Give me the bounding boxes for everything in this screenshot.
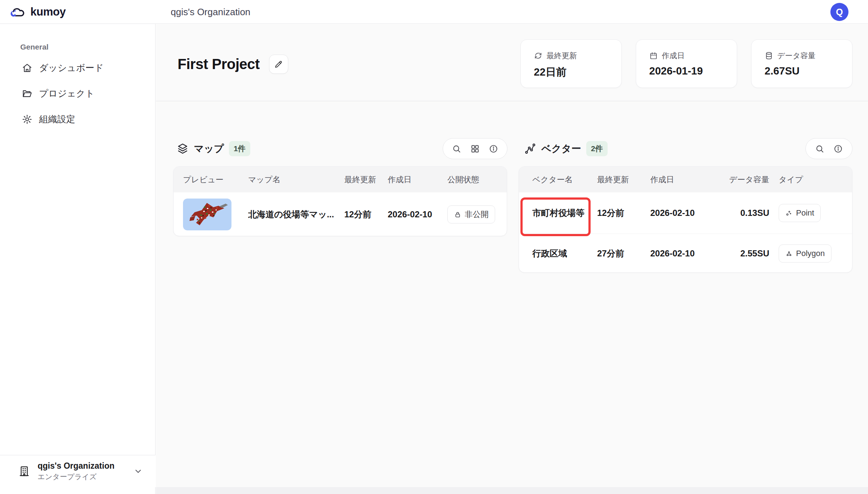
stat-label: データ容量 <box>777 51 816 61</box>
sidebar-item-label: ダッシュボード <box>39 62 104 74</box>
maps-table-header: プレビュー マップ名 最終更新 作成日 公開状態 <box>174 167 507 192</box>
vector-size: 2.55SU <box>715 248 769 259</box>
brand-logo[interactable]: kumoy <box>10 0 65 24</box>
point-type-icon <box>785 209 793 217</box>
user-avatar[interactable]: Q <box>830 3 848 21</box>
vector-nodes-icon <box>524 142 536 155</box>
lock-icon <box>454 211 461 218</box>
database-icon <box>765 51 773 60</box>
sidebar-item-projects[interactable]: プロジェクト <box>0 81 155 106</box>
sidebar-item-dashboard[interactable]: ダッシュボード <box>0 55 155 81</box>
brand-name: kumoy <box>30 5 65 18</box>
vectors-section-title: ベクター <box>541 142 581 155</box>
stat-value: 2026-01-19 <box>649 65 737 77</box>
vector-created: 2026-02-10 <box>650 248 715 259</box>
grid-view-icon[interactable] <box>470 144 480 154</box>
table-row[interactable]: 北海道の役場等マッ... 12分前 2026-02-10 非公開 <box>174 192 507 236</box>
map-updated: 12分前 <box>344 209 388 220</box>
org-switcher-name: qgis's Organization <box>38 461 126 471</box>
maps-count-badge: 1件 <box>229 141 250 156</box>
column-header: 公開状態 <box>447 174 497 185</box>
vectors-count-badge: 2件 <box>586 141 608 156</box>
sidebar-section-label: General <box>20 43 155 51</box>
type-label: Point <box>796 208 814 218</box>
stat-value: 2.67SU <box>765 65 852 77</box>
table-row[interactable]: 市町村役場等 12分前 2026-02-10 0.13SU Point <box>519 192 852 234</box>
maps-section-header: マップ 1件 <box>176 138 250 159</box>
home-icon <box>22 63 33 73</box>
info-icon[interactable] <box>833 144 843 154</box>
vector-size: 0.13SU <box>715 208 769 218</box>
table-row[interactable]: 行政区域 27分前 2026-02-10 2.55SU Polygon <box>519 234 852 273</box>
column-header: 最終更新 <box>344 174 388 185</box>
vector-name: 市町村役場等 <box>532 207 597 219</box>
stat-label: 最終更新 <box>546 51 577 61</box>
visibility-badge: 非公開 <box>447 205 495 223</box>
type-badge-point: Point <box>779 204 821 222</box>
org-switcher-plan: エンタープライズ <box>38 472 126 482</box>
folder-icon <box>22 88 33 99</box>
gear-icon <box>22 114 33 125</box>
page-title: First Project <box>178 56 260 72</box>
layers-icon <box>176 142 189 155</box>
info-icon[interactable] <box>489 144 498 154</box>
stat-card-last-updated: 最終更新 22日前 <box>520 39 622 88</box>
stat-card-created-date: 作成日 2026-01-19 <box>636 39 737 88</box>
sidebar-item-label: 組織設定 <box>39 113 75 125</box>
calendar-icon <box>649 51 658 60</box>
sidebar: General ダッシュボード プロジェクト 組織設定 <box>0 24 156 494</box>
column-header: マップ名 <box>248 174 344 185</box>
map-created: 2026-02-10 <box>388 209 447 220</box>
map-preview-thumbnail <box>183 199 231 230</box>
building-icon <box>18 465 30 477</box>
main-content: First Project 最終更新 <box>156 24 868 487</box>
header-org-title: qgis's Organization <box>171 0 250 24</box>
search-icon[interactable] <box>452 144 461 154</box>
vectors-table-header: ベクター名 最終更新 作成日 データ容量 タイプ <box>519 167 852 192</box>
column-header: 作成日 <box>650 174 715 185</box>
column-header: タイプ <box>769 174 839 185</box>
vectors-table: ベクター名 最終更新 作成日 データ容量 タイプ 市町村役場等 12分前 202… <box>519 166 852 273</box>
type-badge-polygon: Polygon <box>779 244 831 263</box>
vector-created: 2026-02-10 <box>650 208 715 218</box>
vector-name: 行政区域 <box>532 248 597 259</box>
project-header: First Project 最終更新 <box>156 24 868 101</box>
type-label: Polygon <box>796 249 825 258</box>
stat-value: 22日前 <box>534 65 621 80</box>
horizontal-scrollbar-track[interactable] <box>156 487 868 494</box>
column-header: 作成日 <box>388 174 447 185</box>
vectors-toolbar <box>805 138 852 159</box>
map-name: 北海道の役場等マッ... <box>248 209 344 220</box>
column-header: データ容量 <box>715 174 769 185</box>
vector-updated: 12分前 <box>597 207 650 219</box>
vector-updated: 27分前 <box>597 248 650 259</box>
search-icon[interactable] <box>815 144 825 154</box>
visibility-label: 非公開 <box>465 209 489 220</box>
vectors-section-header: ベクター 2件 <box>524 138 608 159</box>
org-switcher[interactable]: qgis's Organization エンタープライズ <box>0 455 156 487</box>
column-header: ベクター名 <box>532 174 597 185</box>
sidebar-item-label: プロジェクト <box>39 88 95 99</box>
refresh-icon <box>534 51 542 60</box>
polygon-type-icon <box>785 250 793 257</box>
maps-table: プレビュー マップ名 最終更新 作成日 公開状態 北海道の役場等マッ... <box>173 166 507 236</box>
maps-toolbar <box>443 138 507 159</box>
edit-project-title-button[interactable] <box>269 55 288 74</box>
column-header: プレビュー <box>183 174 248 185</box>
chevron-down-icon <box>133 466 143 476</box>
stat-label: 作成日 <box>662 51 685 61</box>
column-header: 最終更新 <box>597 174 650 185</box>
cloud-pin-icon <box>10 6 27 18</box>
pencil-icon <box>274 60 283 69</box>
top-header: kumoy qgis's Organization Q <box>0 0 868 24</box>
sidebar-item-org-settings[interactable]: 組織設定 <box>0 106 155 132</box>
maps-section-title: マップ <box>194 142 224 155</box>
stat-card-data-size: データ容量 2.67SU <box>751 39 852 88</box>
